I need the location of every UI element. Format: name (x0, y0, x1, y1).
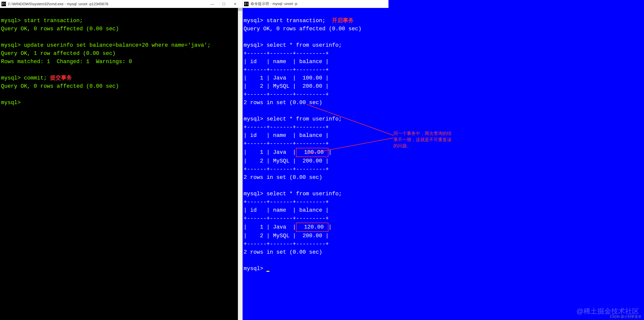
table-border: +------+-------+---------+ (244, 199, 329, 205)
table-border: +------+-------+---------+ (244, 241, 329, 247)
terminal-line: mysql> select * from userinfo; (244, 191, 342, 197)
terminal-prompt: mysql> (1, 100, 20, 106)
table-border: +------+-------+---------+ (244, 67, 329, 73)
right-terminal-window: C:\ 命令提示符 - mysql -uroot -p mysql> start… (242, 0, 388, 320)
terminal-line: Query OK, 0 rows affected (0.00 sec) (1, 83, 119, 89)
table-row: | 2 | MySQL | 200.00 | (244, 158, 329, 164)
csdn-watermark: CSDN @小刘学安卓 (610, 314, 642, 319)
terminal-line: mysql> select * from userinfo; (244, 42, 342, 48)
right-titlebar[interactable]: C:\ 命令提示符 - mysql -uroot -p (242, 0, 388, 8)
cmd-icon: C:\ (244, 2, 248, 6)
commit-annotation: 提交事务 (47, 75, 72, 81)
terminal-line: mysql> select * from userinfo; (244, 116, 342, 122)
right-window-title: 命令提示符 - mysql -uroot -p (250, 2, 387, 6)
open-transaction-annotation: 开启事务 (332, 18, 354, 24)
terminal-line: 2 rows in set (0.00 sec) (244, 249, 322, 255)
terminal-line: 2 rows in set (0.00 sec) (244, 100, 322, 106)
scrollbar-thumb[interactable] (238, 8, 242, 11)
cursor-icon (266, 271, 270, 272)
left-window-controls: — ☐ ✕ (207, 0, 241, 8)
table-header: | id | name | balance | (244, 207, 329, 213)
terminal-line: mysql> update userinfo set balance=balan… (1, 42, 210, 48)
table-row-part: | (328, 149, 332, 155)
cmd-icon: C:\ (2, 2, 6, 6)
terminal-line: Rows matched: 1 Changed: 1 Warnings: 0 (1, 59, 132, 65)
terminal-line: mysql> start transaction; (1, 18, 83, 24)
left-titlebar[interactable]: C:\ C:\WINDOWS\system32\cmd.exe - mysql … (0, 0, 242, 8)
left-window-title: C:\WINDOWS\system32\cmd.exe - mysql -uro… (8, 2, 207, 6)
left-terminal-window: C:\ C:\WINDOWS\system32\cmd.exe - mysql … (0, 0, 242, 320)
left-terminal-body[interactable]: mysql> start transaction; Query OK, 0 ro… (0, 8, 242, 320)
right-terminal-body[interactable]: mysql> start transaction; 开启事务 Query OK,… (242, 8, 388, 320)
terminal-line: mysql> commit; (1, 75, 47, 81)
table-row: | 1 | Java | 100.00 | (244, 75, 329, 81)
close-button[interactable]: ✕ (230, 0, 241, 8)
table-row-part: | (328, 224, 332, 230)
table-border: +------+-------+---------+ (244, 91, 329, 98)
highlighted-balance-100: 100.00 (296, 148, 328, 157)
annotation-area: 同一个事务中，两次查询的结果不一致，这就是不可重复读的问题。 @稀土掘金技术社区… (388, 0, 644, 320)
table-border: +------+-------+---------+ (244, 141, 329, 147)
table-border: +------+-------+---------+ (244, 124, 329, 130)
table-row: | 2 | MySQL | 200.00 | (244, 83, 329, 89)
table-border: +------+-------+---------+ (244, 215, 329, 222)
non-repeatable-read-annotation: 同一个事务中，两次查询的结果不一致，这就是不可重复读的问题。 (394, 130, 453, 149)
table-row-part: | 1 | Java | (244, 149, 296, 155)
table-border: +------+-------+---------+ (244, 166, 329, 173)
table-row: | 2 | MySQL | 200.00 | (244, 233, 329, 239)
table-border: +------+-------+---------+ (244, 50, 329, 57)
highlighted-balance-120: 120.00 (296, 223, 328, 232)
maximize-button[interactable]: ☐ (218, 0, 230, 8)
terminal-line: mysql> start transaction; (244, 18, 326, 24)
terminal-line: Query OK, 1 row affected (0.00 sec) (1, 50, 116, 57)
minimize-button[interactable]: — (207, 0, 218, 8)
table-row-part: | 1 | Java | (244, 224, 296, 230)
left-scrollbar[interactable] (238, 8, 242, 320)
terminal-line: Query OK, 0 rows affected (0.00 sec) (244, 26, 362, 32)
table-header: | id | name | balance | (244, 59, 329, 65)
terminal-prompt: mysql> (244, 266, 266, 272)
terminal-line: 2 rows in set (0.00 sec) (244, 175, 322, 181)
terminal-line: Query OK, 0 rows affected (0.00 sec) (1, 26, 119, 32)
table-header: | id | name | balance | (244, 132, 329, 139)
